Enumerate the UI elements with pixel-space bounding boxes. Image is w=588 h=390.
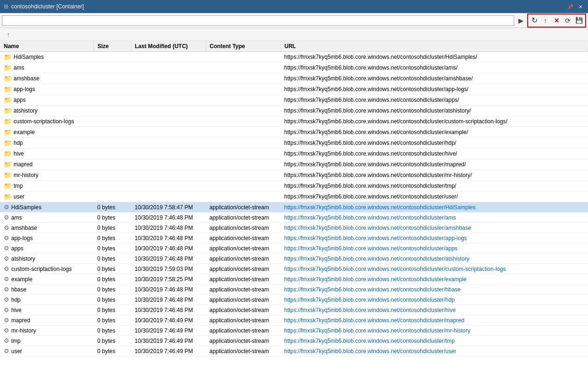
col-header-url[interactable]: URL [280, 41, 588, 52]
upload-button[interactable]: ↑ [540, 15, 551, 26]
folder-row[interactable]: 📁 example https://fmxsk7kyq5mb6.blob.cor… [0, 127, 588, 138]
col-header-size[interactable]: Size [93, 41, 131, 52]
file-url: https://fmxsk7kyq5mb6.blob.core.windows.… [280, 274, 588, 284]
folder-url: https://fmxsk7kyq5mb6.blob.core.windows.… [280, 106, 588, 116]
file-row[interactable]: ⚙ tmp 0 bytes 10/30/2019 7:46:49 PM appl… [0, 336, 588, 346]
file-icon: ⚙ [4, 296, 9, 303]
file-name-cell: ⚙ apps [0, 243, 93, 254]
run-button[interactable]: ▶ [515, 15, 526, 26]
file-size: 0 bytes [93, 264, 131, 274]
folder-row[interactable]: 📁 user https://fmxsk7kyq5mb6.blob.core.w… [0, 191, 588, 202]
folder-row[interactable]: 📁 app-logs https://fmxsk7kyq5mb6.blob.co… [0, 84, 588, 95]
folder-date [131, 149, 206, 159]
file-row[interactable]: ⚙ example 0 bytes 10/30/2019 7:58:25 PM … [0, 274, 588, 284]
folder-icon: 📁 [4, 85, 12, 93]
file-type: application/octet-stream [206, 233, 280, 243]
file-url: https://fmxsk7kyq5mb6.blob.core.windows.… [280, 202, 588, 213]
path-input[interactable] [2, 15, 514, 26]
file-date: 10/30/2019 7:46:48 PM [131, 254, 206, 264]
file-row[interactable]: ⚙ custom-scriptaction-logs 0 bytes 10/30… [0, 264, 588, 274]
close-button[interactable]: ✕ [577, 3, 584, 10]
folder-icon: 📁 [4, 161, 12, 168]
folder-row[interactable]: 📁 hdp https://fmxsk7kyq5mb6.blob.core.wi… [0, 138, 588, 149]
folder-url: https://fmxsk7kyq5mb6.blob.core.windows.… [280, 84, 588, 95]
file-row[interactable]: ⚙ mr-history 0 bytes 10/30/2019 7:46:49 … [0, 326, 588, 336]
folder-name: 📁 hdp [0, 138, 93, 149]
file-row[interactable]: ⚙ amshbase 0 bytes 10/30/2019 7:46:48 PM… [0, 223, 588, 233]
file-size: 0 bytes [93, 295, 131, 305]
folder-url: https://fmxsk7kyq5mb6.blob.core.windows.… [280, 127, 588, 138]
folder-row[interactable]: 📁 hive https://fmxsk7kyq5mb6.blob.core.w… [0, 149, 588, 159]
folder-size [93, 127, 131, 138]
save-button[interactable]: 💾 [574, 15, 585, 26]
file-name-cell: ⚙ hive [0, 305, 93, 315]
container-icon: ⊞ [4, 3, 8, 10]
folder-row[interactable]: 📁 HdiSamples https://fmxsk7kyq5mb6.blob.… [0, 52, 588, 63]
folder-row[interactable]: 📁 apps https://fmxsk7kyq5mb6.blob.core.w… [0, 95, 588, 106]
file-row[interactable]: ⚙ HdiSamples 0 bytes 10/30/2019 7:58:47 … [0, 202, 588, 213]
folder-size [93, 73, 131, 84]
folder-row[interactable]: 📁 ams https://fmxsk7kyq5mb6.blob.core.wi… [0, 63, 588, 73]
folder-row[interactable]: 📁 custom-scriptaction-logs https://fmxsk… [0, 116, 588, 127]
pin-button[interactable]: 📌 [566, 3, 574, 10]
file-type: application/octet-stream [206, 213, 280, 223]
file-row[interactable]: ⚙ atshistory 0 bytes 10/30/2019 7:46:48 … [0, 254, 588, 264]
file-row[interactable]: ⚙ hive 0 bytes 10/30/2019 7:46:48 PM app… [0, 305, 588, 315]
folder-date [131, 159, 206, 170]
folder-name: 📁 amshbase [0, 73, 93, 84]
folder-date [131, 170, 206, 181]
col-header-date[interactable]: Last Modified (UTC) [131, 41, 206, 52]
folder-row[interactable]: 📁 mapred https://fmxsk7kyq5mb6.blob.core… [0, 159, 588, 170]
up-button[interactable]: ↑ [4, 30, 13, 39]
folder-type [206, 181, 280, 191]
folder-icon: 📁 [4, 171, 12, 179]
file-row[interactable]: ⚙ apps 0 bytes 10/30/2019 7:46:48 PM app… [0, 243, 588, 254]
folder-url: https://fmxsk7kyq5mb6.blob.core.windows.… [280, 63, 588, 73]
file-row[interactable]: ⚙ hdp 0 bytes 10/30/2019 7:46:48 PM appl… [0, 295, 588, 305]
folder-name: 📁 hive [0, 149, 93, 159]
folder-size [93, 191, 131, 202]
folder-date [131, 106, 206, 116]
folder-icon: 📁 [4, 64, 12, 71]
folder-icon: 📁 [4, 96, 12, 104]
file-type: application/octet-stream [206, 295, 280, 305]
folder-size [93, 63, 131, 73]
file-row[interactable]: ⚙ mapred 0 bytes 10/30/2019 7:46:49 PM a… [0, 315, 588, 326]
file-icon: ⚙ [4, 317, 9, 324]
file-name-cell: ⚙ amshbase [0, 223, 93, 233]
folder-url: https://fmxsk7kyq5mb6.blob.core.windows.… [280, 181, 588, 191]
folder-size [93, 149, 131, 159]
folder-name: 📁 mapred [0, 159, 93, 170]
file-icon: ⚙ [4, 204, 9, 211]
file-date: 10/30/2019 7:46:48 PM [131, 284, 206, 295]
folder-row[interactable]: 📁 mr-history https://fmxsk7kyq5mb6.blob.… [0, 170, 588, 181]
file-type: application/octet-stream [206, 243, 280, 254]
file-icon: ⚙ [4, 327, 9, 334]
folder-row[interactable]: 📁 tmp https://fmxsk7kyq5mb6.blob.core.wi… [0, 181, 588, 191]
folder-url: https://fmxsk7kyq5mb6.blob.core.windows.… [280, 170, 588, 181]
file-size: 0 bytes [93, 243, 131, 254]
file-size: 0 bytes [93, 305, 131, 315]
cancel-button[interactable]: ✕ [551, 15, 562, 26]
folder-type [206, 159, 280, 170]
folder-size [93, 84, 131, 95]
folder-row[interactable]: 📁 atshistory https://fmxsk7kyq5mb6.blob.… [0, 106, 588, 116]
folder-type [206, 63, 280, 73]
refresh-button[interactable]: ↻ [529, 15, 540, 26]
reload-button[interactable]: ⟳ [562, 15, 574, 26]
col-header-name[interactable]: Name [0, 41, 93, 52]
folder-date [131, 138, 206, 149]
file-row[interactable]: ⚙ ams 0 bytes 10/30/2019 7:46:48 PM appl… [0, 213, 588, 223]
file-url: https://fmxsk7kyq5mb6.blob.core.windows.… [280, 336, 588, 346]
file-date: 10/30/2019 7:46:48 PM [131, 295, 206, 305]
folder-size [93, 95, 131, 106]
folder-row[interactable]: 📁 amshbase https://fmxsk7kyq5mb6.blob.co… [0, 73, 588, 84]
file-url: https://fmxsk7kyq5mb6.blob.core.windows.… [280, 213, 588, 223]
col-header-type[interactable]: Content Type [206, 41, 280, 52]
title-bar: ⊞ contosohdicluster [Container] 📌 ✕ [0, 0, 588, 13]
file-size: 0 bytes [93, 223, 131, 233]
file-icon: ⚙ [4, 224, 9, 231]
file-row[interactable]: ⚙ user 0 bytes 10/30/2019 7:46:49 PM app… [0, 346, 588, 356]
file-row[interactable]: ⚙ hbase 0 bytes 10/30/2019 7:46:48 PM ap… [0, 284, 588, 295]
file-row[interactable]: ⚙ app-logs 0 bytes 10/30/2019 7:46:48 PM… [0, 233, 588, 243]
